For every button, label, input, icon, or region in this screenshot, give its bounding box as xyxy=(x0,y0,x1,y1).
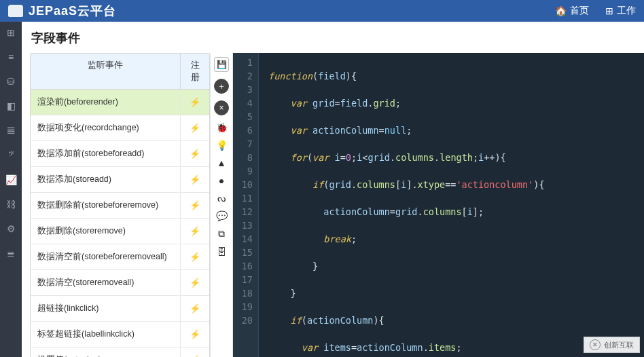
leftnav-item-9[interactable]: ≣ xyxy=(7,248,15,259)
event-label: 数据删除(storeremove) xyxy=(31,219,181,244)
event-label: 数据添加前(storebeforeadd) xyxy=(31,141,181,166)
event-row[interactable]: 数据添加前(storebeforeadd)⚡ xyxy=(31,141,209,167)
event-reg-icon[interactable]: ⚡ xyxy=(181,219,209,244)
event-label: 数据删除前(storebeforeremove) xyxy=(31,193,181,218)
line-gutter: 1234567891011121314151617181920 xyxy=(233,53,259,357)
bolt-icon: ⚡ xyxy=(190,252,200,262)
event-label: 超链接(linkclick) xyxy=(31,296,181,321)
leftnav-item-6[interactable]: 📈 xyxy=(5,174,17,185)
event-reg-icon[interactable]: ⚡ xyxy=(181,296,209,321)
event-reg-icon[interactable]: ⚡ xyxy=(181,322,209,347)
event-row[interactable]: 设置值(setvalue)⚡ xyxy=(31,347,209,357)
tool-3[interactable]: 🐞 xyxy=(216,122,228,133)
event-row[interactable]: 数据清空(storeremoveall)⚡ xyxy=(31,270,209,296)
nav-home[interactable]: 🏠 首页 xyxy=(555,5,589,17)
event-row[interactable]: 数据删除前(storebeforeremove)⚡ xyxy=(31,193,209,219)
tool-8[interactable]: 💬 xyxy=(216,210,228,221)
event-reg-icon[interactable]: ⚡ xyxy=(181,115,209,140)
leftnav-item-2[interactable]: ⛁ xyxy=(7,76,15,87)
nav-work-label: 工作 xyxy=(617,5,636,17)
tool-10[interactable]: 🗄 xyxy=(217,246,226,257)
tool-0[interactable]: 💾 xyxy=(214,57,229,72)
watermark-icon: ✕ xyxy=(590,339,601,350)
event-label: 设置值(setvalue) xyxy=(31,347,181,357)
event-label: 渲染前(beforerender) xyxy=(31,90,181,115)
event-row[interactable]: 数据清空前(storebeforeremoveall)⚡ xyxy=(31,244,209,270)
work-icon: ⊞ xyxy=(605,5,613,16)
tool-strip: 💾＋×🐞💡▲●ᔓ💬⧉🗄 xyxy=(210,53,233,357)
logo-icon xyxy=(8,5,23,17)
tool-2[interactable]: × xyxy=(214,100,229,115)
bolt-icon: ⚡ xyxy=(190,226,200,236)
event-panel: 监听事件 注册 渲染前(beforerender)⚡数据项变化(recordch… xyxy=(30,53,210,357)
brand-title: JEPaaS云平台 xyxy=(29,3,116,19)
watermark-label: 创新互联 xyxy=(604,340,634,350)
nav-home-label: 首页 xyxy=(570,5,589,17)
event-label: 数据清空前(storebeforeremoveall) xyxy=(31,244,181,269)
event-reg-icon[interactable]: ⚡ xyxy=(181,270,209,295)
left-nav: ⊞≡⛁◧𝌆𝄢📈⛓⚙≣ xyxy=(0,22,22,357)
event-reg-icon[interactable]: ⚡ xyxy=(181,347,209,357)
event-row[interactable]: 渲染前(beforerender)⚡ xyxy=(31,90,209,115)
tool-9[interactable]: ⧉ xyxy=(218,228,225,240)
home-icon: 🏠 xyxy=(555,5,567,16)
bolt-icon: ⚡ xyxy=(190,97,200,107)
tool-5[interactable]: ▲ xyxy=(217,157,226,168)
event-row[interactable]: 数据添加(storeadd)⚡ xyxy=(31,167,209,193)
event-reg-icon[interactable]: ⚡ xyxy=(181,90,209,115)
code-editor[interactable]: 1234567891011121314151617181920 function… xyxy=(233,53,644,357)
tool-4[interactable]: 💡 xyxy=(216,140,228,151)
event-label: 数据项变化(recordchange) xyxy=(31,115,181,140)
nav-work[interactable]: ⊞ 工作 xyxy=(605,5,636,17)
tool-6[interactable]: ● xyxy=(219,175,224,186)
event-label: 数据清空(storeremoveall) xyxy=(31,270,181,295)
event-header-reg: 注册 xyxy=(181,54,209,89)
event-label: 标签超链接(labellinkclick) xyxy=(31,322,181,347)
leftnav-item-7[interactable]: ⛓ xyxy=(6,199,16,210)
event-row[interactable]: 数据删除(storeremove)⚡ xyxy=(31,219,209,244)
event-reg-icon[interactable]: ⚡ xyxy=(181,193,209,218)
bolt-icon: ⚡ xyxy=(190,174,200,185)
leftnav-item-5[interactable]: 𝄢 xyxy=(8,149,14,161)
event-reg-icon[interactable]: ⚡ xyxy=(181,244,209,269)
event-row[interactable]: 超链接(linkclick)⚡ xyxy=(31,296,209,322)
code-body[interactable]: function(field){ var grid=field.grid; va… xyxy=(259,53,644,357)
tool-7[interactable]: ᔓ xyxy=(217,193,226,204)
event-reg-icon[interactable]: ⚡ xyxy=(181,141,209,166)
topbar: JEPaaS云平台 🏠 首页 ⊞ 工作 xyxy=(0,0,644,22)
leftnav-item-1[interactable]: ≡ xyxy=(8,52,14,62)
watermark: ✕ 创新互联 xyxy=(584,337,640,353)
leftnav-item-4[interactable]: 𝌆 xyxy=(7,125,16,136)
leftnav-item-3[interactable]: ◧ xyxy=(7,100,16,111)
bolt-icon: ⚡ xyxy=(190,200,200,210)
bolt-icon: ⚡ xyxy=(190,329,200,339)
event-row[interactable]: 标签超链接(labellinkclick)⚡ xyxy=(31,322,209,347)
bolt-icon: ⚡ xyxy=(190,149,200,159)
bolt-icon: ⚡ xyxy=(190,303,200,314)
event-row[interactable]: 数据项变化(recordchange)⚡ xyxy=(31,115,209,141)
leftnav-item-8[interactable]: ⚙ xyxy=(7,223,16,234)
leftnav-item-0[interactable]: ⊞ xyxy=(7,27,15,38)
event-header-main: 监听事件 xyxy=(31,54,181,89)
bolt-icon: ⚡ xyxy=(190,123,200,133)
tool-1[interactable]: ＋ xyxy=(214,79,229,94)
event-reg-icon[interactable]: ⚡ xyxy=(181,167,209,192)
event-label: 数据添加(storeadd) xyxy=(31,167,181,192)
bolt-icon: ⚡ xyxy=(190,278,200,288)
page-title: 字段事件 xyxy=(22,22,644,53)
